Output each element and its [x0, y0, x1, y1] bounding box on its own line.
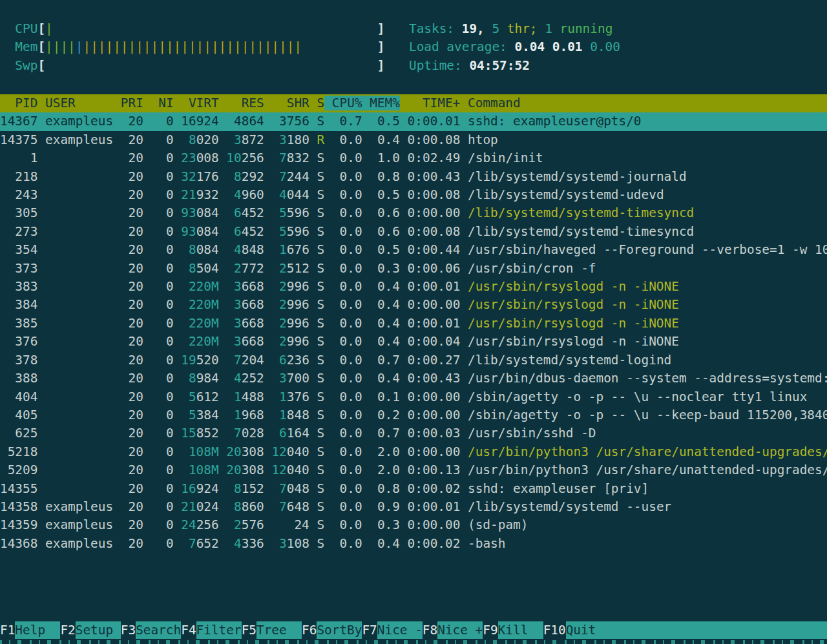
spacer	[143, 536, 151, 551]
spacer	[460, 242, 468, 257]
spacer	[113, 205, 121, 220]
column-header-mem[interactable]: MEM%	[362, 96, 400, 110]
column-header-shr[interactable]: SHR	[271, 96, 309, 110]
fkey-F5[interactable]: F5Tree	[242, 621, 302, 639]
process-row-14355[interactable]: 14355 20 0 16924 8152 7048 S 0.0 0.8 0:0…	[0, 480, 827, 498]
column-header-user[interactable]: USER	[45, 96, 113, 110]
process-row-243[interactable]: 243 20 0 21932 4960 4044 S 0.0 0.5 0:00.…	[0, 186, 827, 204]
spacer	[309, 242, 317, 257]
process-row-273[interactable]: 273 20 0 93084 6452 5596 S 0.0 0.6 0:00.…	[0, 223, 827, 241]
cell-pri: 20	[121, 371, 143, 386]
cell-res-mb: 3	[226, 297, 241, 312]
process-row-1[interactable]: 1 20 0 23008 10256 7832 S 0.0 1.0 0:02.4…	[0, 149, 827, 167]
spacer	[264, 205, 272, 220]
column-header-pid[interactable]: PID	[0, 96, 37, 110]
cell-time: 0:00.08	[400, 187, 460, 202]
process-row-14358[interactable]: 14358 exampleus 20 0 21024 8860 7648 S 0…	[0, 498, 827, 516]
cell-ni: 0	[151, 224, 174, 239]
cell-virt: 108M	[181, 444, 218, 459]
process-row-305[interactable]: 305 20 0 93084 6452 5596 S 0.0 0.6 0:00.…	[0, 204, 827, 222]
cell-pid: 378	[0, 353, 37, 368]
process-row-376[interactable]: 376 20 0 220M 3668 2996 S 0.0 0.4 0:00.0…	[0, 333, 827, 351]
fkey-F10[interactable]: F10Quit	[543, 621, 827, 639]
cell-pid: 625	[0, 426, 37, 441]
process-row-625[interactable]: 625 20 0 15852 7028 6164 S 0.0 0.7 0:00.…	[0, 424, 827, 442]
column-header-command[interactable]: Command	[468, 96, 827, 110]
cell-user	[45, 205, 113, 220]
fkey-F9[interactable]: F9Kill	[483, 621, 543, 639]
cell-ni: 0	[151, 261, 174, 276]
spacer	[309, 462, 317, 477]
thr-word: thr;	[507, 21, 538, 36]
column-header-time[interactable]: TIME+	[408, 96, 461, 110]
cell-cpu: 0.0	[324, 151, 362, 165]
process-row-14359[interactable]: 14359 exampleus 20 0 24256 2576 24 S 0.0…	[0, 516, 827, 534]
process-row-14368[interactable]: 14368 exampleus 20 0 7652 4336 3108 S 0.…	[0, 535, 827, 553]
spacer	[143, 224, 151, 239]
spacer	[309, 205, 317, 220]
cell-ni: 0	[151, 334, 174, 349]
process-row-5218[interactable]: 5218 20 0 108M 20308 12040 S 0.0 2.0 0:0…	[0, 443, 827, 461]
cell-mem: 0.4	[362, 297, 400, 312]
process-row-5209[interactable]: 5209 20 0 108M 20308 12040 S 0.0 2.0 0:0…	[0, 461, 827, 479]
cell-ni: 0	[151, 499, 174, 514]
column-header-res[interactable]: RES	[226, 96, 264, 110]
spacer	[219, 408, 227, 422]
spacer	[174, 481, 182, 496]
cell-res: 308	[242, 462, 264, 477]
cell-virt-mb: 93	[181, 205, 196, 220]
cell-shr: 24	[271, 517, 309, 532]
fkey-F1[interactable]: F1Help	[0, 621, 60, 639]
process-row-14367[interactable]: 14367 exampleus 20 0 16924 4864 3756 S 0…	[0, 112, 827, 130]
meter-empty	[53, 21, 377, 36]
fkey-F2[interactable]: F2Setup	[60, 621, 120, 639]
spacer	[264, 444, 272, 459]
spacer	[37, 169, 45, 184]
cell-time: 0:00.43	[400, 169, 460, 184]
fkey-F3[interactable]: F3Search	[121, 621, 181, 639]
process-row-404[interactable]: 404 20 0 5612 1488 1376 S 0.0 0.1 0:00.0…	[0, 388, 827, 406]
cell-pid: 404	[0, 390, 37, 404]
spacer	[174, 390, 182, 404]
spacer	[264, 224, 272, 239]
cell-cpu: 0.0	[324, 390, 362, 404]
spacer	[37, 151, 45, 165]
cell-res-mb: 4	[226, 371, 241, 386]
cell-shr-mb: 2	[271, 334, 286, 349]
process-row-14375[interactable]: 14375 exampleus 20 0 8020 3872 3180 R 0.…	[0, 131, 827, 149]
process-row-388[interactable]: 388 20 0 8984 4252 3700 S 0.0 0.4 0:00.4…	[0, 369, 827, 388]
spacer	[143, 462, 151, 477]
process-row-405[interactable]: 405 20 0 5384 1968 1848 S 0.0 0.2 0:00.0…	[0, 406, 827, 424]
column-header-pri[interactable]: PRI	[121, 96, 143, 110]
fkey-F4[interactable]: F4Filter	[181, 621, 241, 639]
process-row-354[interactable]: 354 20 0 8084 4848 1676 S 0.0 0.5 0:00.4…	[0, 241, 827, 259]
spacer	[309, 261, 317, 276]
cell-time: 0:00.01	[400, 316, 460, 331]
cell-ni: 0	[151, 316, 174, 331]
load-label: Load average:	[409, 39, 514, 54]
cell-pid: 354	[0, 242, 37, 257]
spacer	[264, 316, 272, 331]
column-header-cpu[interactable]: CPU%	[324, 96, 362, 110]
cell-mem: 0.7	[362, 426, 400, 441]
column-header-virt[interactable]: VIRT	[181, 96, 218, 110]
cell-cpu: 0.0	[324, 353, 362, 368]
spacer	[538, 21, 545, 36]
cell-res-mb: 2	[226, 261, 241, 276]
process-row-373[interactable]: 373 20 0 8504 2772 2512 S 0.0 0.3 0:00.0…	[0, 260, 827, 278]
fkey-F6[interactable]: F6SortBy	[302, 621, 362, 639]
process-row-383[interactable]: 383 20 0 220M 3668 2996 S 0.0 0.4 0:00.0…	[0, 278, 827, 296]
spacer	[143, 279, 151, 294]
process-row-385[interactable]: 385 20 0 220M 3668 2996 S 0.0 0.4 0:00.0…	[0, 315, 827, 333]
cell-state: S	[317, 481, 325, 496]
fkey-F8[interactable]: F8Nice +	[423, 621, 483, 639]
meter-label: Mem	[15, 39, 37, 54]
column-header-ni[interactable]: NI	[151, 96, 174, 110]
process-row-378[interactable]: 378 20 0 19520 7204 6236 S 0.0 0.7 0:00.…	[0, 351, 827, 369]
cell-res: 872	[242, 132, 264, 147]
fkey-F7[interactable]: F7Nice -	[362, 621, 422, 639]
process-row-384[interactable]: 384 20 0 220M 3668 2996 S 0.0 0.4 0:00.0…	[0, 296, 827, 314]
process-row-218[interactable]: 218 20 0 32176 8292 7244 S 0.0 0.8 0:00.…	[0, 168, 827, 186]
column-header-s[interactable]: S	[317, 96, 324, 110]
cell-cpu: 0.0	[324, 224, 362, 239]
